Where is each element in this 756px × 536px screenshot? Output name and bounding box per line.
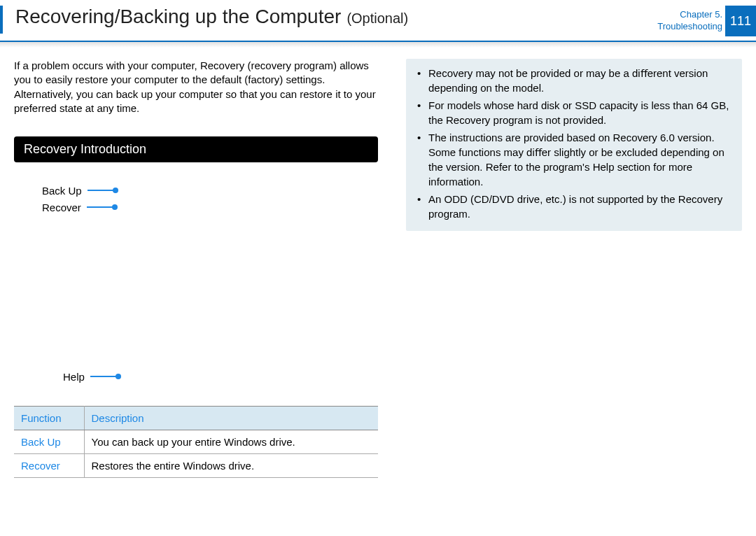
content-area: If a problem occurs with your computer, …: [0, 42, 756, 478]
header-left: Recovering/Backing up the Computer (Opti…: [0, 6, 408, 34]
note-item: Recovery may not be provided or may be a…: [416, 66, 732, 95]
page-title: Recovering/Backing up the Computer: [15, 6, 341, 28]
intro-paragraph: If a problem occurs with your computer, …: [14, 59, 378, 115]
chapter-info: Chapter 5. Troubleshooting: [657, 9, 722, 33]
notes-box: Recovery may not be provided or may be a…: [406, 59, 742, 231]
connector-line-icon: [90, 376, 118, 377]
diagram-recover-label: Recover: [42, 202, 81, 213]
chapter-line1: Chapter 5.: [657, 9, 722, 21]
header-right: Chapter 5. Troubleshooting 111: [657, 6, 756, 36]
page-number-badge: 111: [725, 6, 756, 36]
cell-function: Back Up: [14, 430, 84, 454]
recovery-diagram: Back Up Recover Help: [14, 182, 378, 385]
th-description: Description: [84, 407, 378, 430]
header-shadow: [0, 42, 756, 48]
connector-line-icon: [87, 206, 115, 208]
note-item: For models whose hard disk or SSD capaci…: [416, 98, 732, 127]
diagram-backup-label: Back Up: [42, 185, 82, 197]
section-heading: Recovery Introduction: [14, 136, 378, 162]
cell-description: You can back up your entire Windows driv…: [84, 430, 378, 454]
th-function: Function: [14, 407, 84, 430]
table-row: Recover Restores the entire Windows driv…: [14, 454, 378, 478]
chapter-line2: Troubleshooting: [657, 21, 722, 33]
diagram-help-item: Help: [63, 368, 118, 385]
table-row: Back Up You can back up your entire Wind…: [14, 430, 378, 454]
connector-line-icon: [88, 190, 115, 191]
table-header-row: Function Description: [14, 407, 378, 430]
right-column: Recovery may not be provided or may be a…: [406, 59, 742, 478]
diagram-help-label: Help: [63, 371, 85, 383]
diagram-recover-item: Recover: [42, 199, 378, 216]
function-table: Function Description Back Up You can bac…: [14, 406, 378, 478]
cell-function: Recover: [14, 454, 84, 478]
note-item: An ODD (CD/DVD drive, etc.) is not suppo…: [416, 192, 732, 221]
diagram-backup-item: Back Up: [42, 182, 378, 199]
notes-list: Recovery may not be provided or may be a…: [416, 66, 732, 221]
note-item: The instructions are provided based on R…: [416, 130, 732, 189]
page-title-subtitle: (Optional): [346, 10, 408, 27]
cell-description: Restores the entire Windows drive.: [84, 454, 378, 478]
left-column: If a problem occurs with your computer, …: [14, 59, 378, 478]
page-header: Recovering/Backing up the Computer (Opti…: [0, 0, 756, 42]
page-number: 111: [730, 14, 751, 29]
